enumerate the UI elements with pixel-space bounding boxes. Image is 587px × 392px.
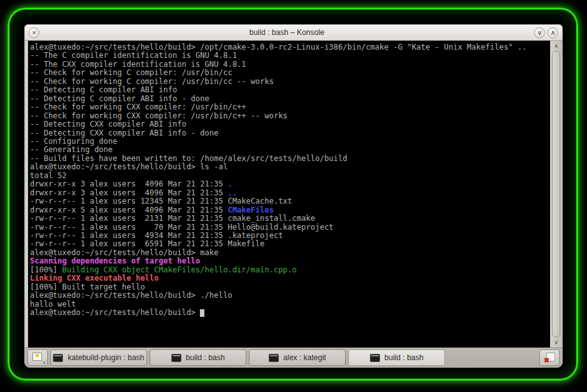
terminal-line: [100%] Building CXX object CMakeFiles/he… (30, 266, 549, 274)
terminal-line: -rw-r--r-- 1 alex users 2131 Mar 21 21:3… (30, 214, 549, 223)
tab-label: build : bash (186, 353, 225, 362)
terminal-cursor (200, 309, 204, 317)
terminal-icon (53, 354, 63, 362)
terminal-icon (171, 354, 181, 362)
window-maximize-button[interactable]: ∧ (548, 27, 558, 38)
terminal-line: -rw-r--r-- 1 alex users 6591 Mar 21 21:3… (30, 240, 549, 248)
terminal-line: Scanning dependencies of target hello (30, 257, 549, 265)
konsole-window: × build : bash – Konsole ∨ ∧ alex@tuxedo… (24, 24, 563, 368)
terminal-scrollbar[interactable]: ∧ ∨ (550, 41, 562, 347)
new-tab-button[interactable]: ∨ (27, 349, 48, 366)
terminal-line: -- Detecting C compiler ABI info (30, 86, 549, 94)
terminal-line: alex@tuxedo:~/src/tests/hello/build> /op… (30, 43, 549, 52)
terminal-line: alex@tuxedo:~/src/tests/hello/build> (30, 309, 549, 317)
terminal-line: alex@tuxedo:~/src/tests/hello/build> ./h… (30, 291, 549, 300)
terminal-line: -- The CXX compiler identification is GN… (30, 60, 549, 69)
terminal-line: -- Check for working C compiler: /usr/bi… (30, 69, 549, 77)
terminal-line: Linking CXX executable hello (30, 274, 549, 283)
close-tab-x-icon: ✖ (544, 357, 549, 364)
terminal-line: -rw-r--r-- 1 alex users 12345 Mar 21 21:… (30, 197, 549, 206)
new-tab-icon (32, 353, 42, 361)
close-tab-button[interactable]: ✖ (539, 349, 560, 366)
scrollbar-thumb[interactable] (552, 51, 560, 337)
terminal-line: -- Generating done (30, 146, 549, 154)
terminal-line: -- Check for working C compiler: /usr/bi… (30, 78, 549, 86)
terminal-line: -rw-r--r-- 1 alex users 70 Mar 21 21:35 … (30, 223, 549, 232)
new-tab-sparkle-icon (36, 354, 39, 357)
tab-bar: ∨ katebuild-plugin : bashbuild : bashale… (25, 347, 562, 367)
terminal-line: drwxr-xr-x 5 alex users 4096 Mar 21 21:3… (30, 206, 549, 214)
terminal-line: -- Configuring done (30, 137, 549, 146)
terminal-line: -rw-r--r-- 1 alex users 4934 Mar 21 21:3… (30, 232, 549, 240)
tab-label: build : bash (385, 353, 423, 362)
terminal-icon (370, 354, 380, 362)
tab-3-build-bash[interactable]: build : bash (348, 349, 445, 366)
chevron-down-icon: ∨ (537, 29, 542, 36)
tab-bar-spacer (448, 349, 537, 366)
tab-1-build-bash[interactable]: build : bash (150, 349, 246, 366)
terminal-line: -- The C compiler identification is GNU … (30, 52, 549, 60)
terminal-line: alex@tuxedo:~/src/tests/hello/build> mak… (30, 249, 549, 257)
terminal-output[interactable]: alex@tuxedo:~/src/tests/hello/build> /op… (28, 41, 550, 347)
terminal-line: drwxr-xr-x 3 alex users 4096 Mar 21 21:3… (30, 180, 549, 188)
window-minimize-button[interactable]: ∨ (534, 27, 545, 38)
terminal-line: [100%] Built target hello (30, 283, 549, 291)
desktop-background: × build : bash – Konsole ∨ ∧ alex@tuxedo… (0, 0, 587, 392)
terminal-line: -- Build files have been written to: /ho… (30, 155, 549, 163)
tab-0-katebuild-plugin-bash[interactable]: katebuild-plugin : bash (50, 349, 147, 366)
terminal-line: -- Detecting C compiler ABI info - done (30, 95, 549, 103)
window-title: build : bash – Konsole (39, 28, 534, 37)
chevron-down-icon: ∨ (43, 360, 46, 365)
terminal-line: alex@tuxedo:~/src/tests/hello/build> ls … (30, 163, 549, 171)
terminal-line: -- Check for working CXX compiler: /usr/… (30, 103, 549, 111)
window-close-button[interactable]: × (29, 27, 39, 38)
chevron-up-icon: ∧ (550, 29, 555, 36)
terminal-line: -- Detecting CXX compiler ABI info - don… (30, 129, 549, 137)
terminal-line: hallo welt (30, 300, 549, 309)
tab-label: alex : kategit (283, 353, 326, 362)
terminal-icon (269, 354, 279, 362)
terminal-line: -- Detecting CXX compiler ABI info (30, 120, 549, 129)
scrollbar-up-icon[interactable]: ∧ (554, 42, 558, 50)
titlebar[interactable]: × build : bash – Konsole ∨ ∧ (25, 25, 562, 41)
terminal-line: total 52 (30, 172, 549, 180)
close-icon: × (32, 29, 36, 36)
scrollbar-down-icon[interactable]: ∨ (554, 339, 558, 346)
tab-label: katebuild-plugin : bash (67, 353, 144, 362)
terminal-line: drwxr-xr-x 3 alex users 4096 Mar 21 21:3… (30, 189, 549, 197)
tab-2-alex-kategit[interactable]: alex : kategit (249, 349, 346, 366)
terminal-line: -- Check for working CXX compiler: /usr/… (30, 112, 549, 120)
